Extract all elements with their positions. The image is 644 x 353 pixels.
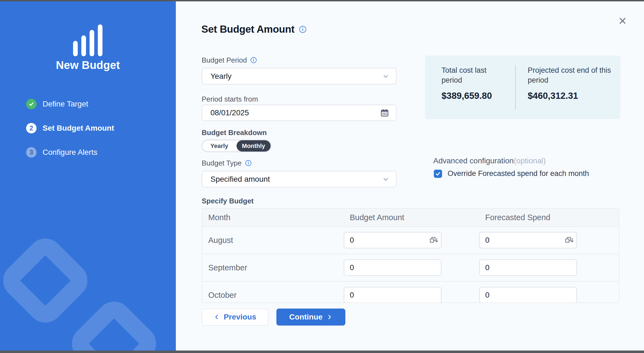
total-cost-block: Total cost last period $389,659.80	[425, 65, 503, 109]
specify-budget-label-row: Specify Budget	[202, 197, 254, 205]
close-icon	[618, 17, 627, 25]
check-circle-icon	[26, 99, 37, 109]
step-label: Configure Alerts	[43, 148, 97, 157]
budget-amount-input-august[interactable]	[344, 232, 442, 248]
chevron-right-icon	[326, 314, 332, 320]
toggle-option-monthly[interactable]: Monthly	[237, 140, 271, 152]
copy-down-icon	[565, 236, 573, 245]
period-starts-label-row: Period starts from	[202, 95, 258, 103]
period-start-date-value: 08/01/2025	[210, 108, 380, 117]
copy-value-down-button[interactable]	[429, 236, 438, 245]
total-cost-value: $389,659.80	[442, 91, 503, 101]
budget-period-label: Budget Period	[202, 56, 247, 65]
optional-suffix: (optional)	[514, 156, 546, 165]
info-icon[interactable]	[250, 57, 257, 63]
budget-period-label-row: Budget Period	[202, 56, 257, 65]
budget-breakdown-label: Budget Breakdown	[202, 128, 267, 137]
wizard-sidebar: New Budget Define Target 2 Set Budget Am…	[0, 0, 176, 353]
month-cell: August	[202, 236, 344, 245]
table-row-october: October	[202, 282, 619, 303]
previous-button[interactable]: Previous	[202, 309, 268, 326]
cost-summary-panel: Total cost last period $389,659.80 Proje…	[425, 55, 620, 119]
advanced-title-text: Advanced configuration	[433, 156, 514, 165]
copy-value-down-button[interactable]	[564, 236, 574, 245]
step-number-badge: 3	[26, 147, 37, 158]
projected-cost-value: $460,312.31	[528, 91, 620, 101]
step-label: Define Target	[43, 100, 88, 108]
total-cost-label: Total cost last period	[442, 65, 503, 85]
budget-period-value: Yearly	[210, 72, 382, 81]
advanced-configuration-title: Advanced configuration(optional)	[433, 156, 546, 165]
forecasted-spend-input-august[interactable]	[479, 232, 577, 248]
budget-type-label-row: Budget Type	[202, 159, 252, 167]
forecasted-spend-input-october[interactable]	[479, 287, 577, 303]
table-row-august: August	[202, 227, 619, 254]
table-header-row: Month Budget Amount Forecasted Spend	[202, 209, 619, 227]
step-configure-alerts[interactable]: 3 Configure Alerts	[26, 147, 114, 158]
brand-watermark-diamond	[65, 294, 163, 353]
month-cell: October	[202, 291, 344, 300]
checkbox-checked[interactable]	[434, 170, 442, 178]
budget-breakdown-toggle: Yearly Monthly	[202, 140, 271, 152]
page-title: Set Budget Amount	[201, 24, 295, 35]
projected-cost-block: Projected cost end of this period $460,3…	[516, 65, 620, 109]
budget-type-select[interactable]: Specified amount	[202, 171, 396, 187]
brand-watermark-diamond	[0, 231, 95, 330]
continue-button-label: Continue	[289, 313, 323, 321]
month-cell: September	[202, 263, 344, 272]
step-define-target[interactable]: Define Target	[26, 99, 114, 109]
bar-chart-logo-icon	[73, 24, 103, 56]
info-icon[interactable]	[299, 26, 307, 33]
previous-button-label: Previous	[224, 313, 256, 321]
column-header-month: Month	[202, 213, 344, 222]
budget-amount-input-october[interactable]	[344, 287, 442, 303]
window-top-edge	[0, 0, 644, 1]
chevron-down-icon	[382, 176, 389, 183]
page-header: Set Budget Amount	[201, 24, 307, 35]
calendar-icon[interactable]	[380, 108, 389, 117]
budget-type-label: Budget Type	[202, 159, 242, 167]
period-start-date-input[interactable]: 08/01/2025	[202, 105, 396, 121]
budget-type-value: Specified amount	[210, 175, 382, 184]
projected-cost-label: Projected cost end of this period	[528, 65, 620, 85]
forecasted-spend-input-september[interactable]	[479, 259, 577, 276]
override-forecast-label: Override Forecasted spend for each month	[448, 169, 589, 178]
budget-period-select[interactable]: Yearly	[202, 68, 396, 85]
column-header-budget-amount: Budget Amount	[344, 213, 479, 222]
toggle-option-yearly[interactable]: Yearly	[202, 140, 237, 152]
specify-budget-table: Month Budget Amount Forecasted Spend Aug…	[202, 208, 619, 303]
copy-down-icon	[429, 236, 438, 245]
step-set-budget-amount[interactable]: 2 Set Budget Amount	[26, 123, 114, 133]
chevron-left-icon	[214, 314, 220, 320]
new-budget-wizard: New Budget Define Target 2 Set Budget Am…	[0, 0, 644, 353]
check-icon	[435, 171, 441, 177]
specify-budget-label: Specify Budget	[202, 197, 254, 205]
step-number-badge: 2	[26, 123, 37, 133]
budget-amount-input-september[interactable]	[344, 259, 442, 276]
wizard-steps: Define Target 2 Set Budget Amount 3 Conf…	[26, 99, 114, 171]
step-label: Set Budget Amount	[43, 124, 114, 133]
chevron-down-icon	[382, 73, 389, 80]
column-header-forecasted-spend: Forecasted Spend	[479, 213, 619, 222]
window-bottom-edge	[0, 351, 644, 353]
period-starts-label: Period starts from	[202, 95, 258, 103]
override-forecast-checkbox-row[interactable]: Override Forecasted spend for each month	[434, 169, 589, 178]
budget-breakdown-label-row: Budget Breakdown	[202, 128, 267, 137]
wizard-title: New Budget	[0, 59, 176, 71]
continue-button[interactable]: Continue	[276, 309, 345, 326]
info-icon[interactable]	[245, 160, 252, 166]
table-row-september: September	[202, 254, 619, 282]
close-button[interactable]	[617, 15, 629, 27]
